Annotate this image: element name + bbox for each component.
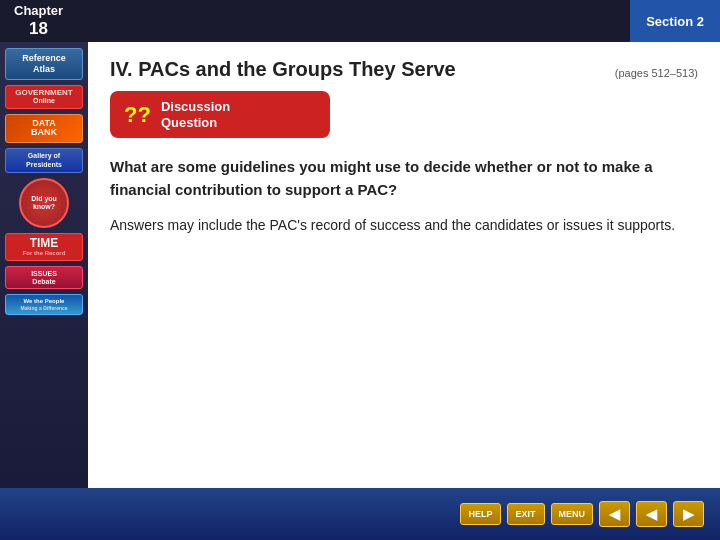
sidebar-time-line1: TIME [8,237,80,250]
help-button[interactable]: HELP [460,503,500,525]
next-arrow-button[interactable]: ▶ [673,501,704,527]
sidebar-people-line1: We the People [8,298,80,305]
sidebar-issues-line2: Debate [8,278,80,286]
sidebar-item-we-the-people[interactable]: We the People Making a Difference [5,294,83,315]
sidebar-item-did-you-know[interactable]: Did you know? [5,178,83,228]
discussion-question-icon: ?? [124,104,151,126]
section-box: Section 2 [630,0,720,42]
sidebar-ref-line1: Reference [8,53,80,64]
top-bar: Chapter 18 Section 2 [0,0,720,42]
sidebar-gallery-line2: Presidents [8,161,80,169]
sidebar-time-line2: For the Record [8,250,80,257]
discussion-label-line2: Question [161,115,230,131]
chapter-box: Chapter 18 [0,0,77,42]
sidebar-did-line2: know? [33,203,55,211]
main-area: Reference Atlas GOVERNMENT Online DATA B… [0,42,720,488]
sidebar-issues-line1: ISSUES [8,270,80,278]
prev-arrow-button[interactable]: ◀ [599,501,630,527]
discussion-label-line1: Discussion [161,99,230,115]
sidebar-people-line2: Making a Difference [8,305,80,311]
sidebar: Reference Atlas GOVERNMENT Online DATA B… [0,42,88,488]
sidebar-gov-line2: Online [8,97,80,105]
app-wrapper: Chapter 18 Section 2 Reference Atlas GOV… [0,0,720,540]
sidebar-item-reference-atlas[interactable]: Reference Atlas [5,48,83,80]
content-pages: (pages 512–513) [110,67,698,79]
bottom-bar: HELP EXIT MENU ◀ ◀ ▶ [0,488,720,540]
sidebar-data-line2: BANK [8,128,80,138]
menu-button[interactable]: MENU [551,503,594,525]
question-text: What are some guidelines you might use t… [110,156,698,201]
chapter-label: Chapter [14,3,63,19]
sidebar-gallery-line1: Gallery of [8,152,80,160]
sidebar-did-line1: Did you [31,195,57,203]
discussion-question-box: ?? Discussion Question [110,91,330,138]
exit-button[interactable]: EXIT [507,503,545,525]
sidebar-item-data-bank[interactable]: DATA BANK [5,114,83,144]
back-arrow-button[interactable]: ◀ [636,501,667,527]
sidebar-item-time-record[interactable]: TIME For the Record [5,233,83,261]
answer-text: Answers may include the PAC's record of … [110,215,698,236]
sidebar-gov-line1: GOVERNMENT [8,88,80,98]
sidebar-item-issues-debate[interactable]: ISSUES Debate [5,266,83,289]
content-panel: IV. PACs and the Groups They Serve (page… [88,42,720,488]
sidebar-ref-line2: Atlas [8,64,80,75]
sidebar-item-gallery-presidents[interactable]: Gallery of Presidents [5,148,83,173]
section-label: Section 2 [646,14,704,29]
chapter-number: 18 [29,19,48,39]
sidebar-did-icon: Did you know? [19,178,69,228]
discussion-label: Discussion Question [161,99,230,130]
sidebar-item-government-online[interactable]: GOVERNMENT Online [5,85,83,109]
